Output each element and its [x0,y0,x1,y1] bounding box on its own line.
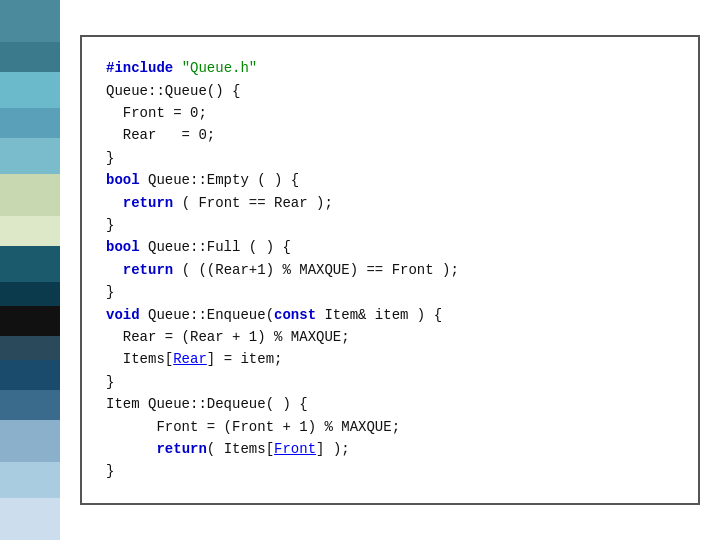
keyword-return3: return [156,441,206,457]
sidebar-block-11 [0,336,60,360]
sidebar-block-6 [0,174,60,216]
keyword-const: const [274,307,316,323]
code-line-17: Front = (Front + 1) % MAXQUE; [106,416,674,438]
code-line-5: } [106,147,674,169]
sidebar-block-12 [0,360,60,390]
sidebar-block-7 [0,216,60,246]
code-line-18: return( Items[Front] ); [106,438,674,460]
sidebar-block-4 [0,108,60,138]
highlight-front: Front [274,441,316,457]
sidebar-block-10 [0,306,60,336]
code-line-9: bool Queue::Full ( ) { [106,236,674,258]
code-line-1: #include "Queue.h" [106,57,674,79]
code-line-3: Front = 0; [106,102,674,124]
sidebar-block-2 [0,42,60,72]
code-text: Queue::Queue() { [106,83,240,99]
code-line-13: Rear = (Rear + 1) % MAXQUE; [106,326,674,348]
sidebar [0,0,60,540]
code-text: Front = (Front + 1) % MAXQUE; [106,419,400,435]
sidebar-block-15 [0,462,60,498]
main-content: #include "Queue.h" Queue::Queue() { Fron… [60,0,720,540]
sidebar-block-1 [0,0,60,42]
keyword-return: return [123,195,173,211]
code-line-10: return ( ((Rear+1) % MAXQUE) == Front ); [106,259,674,281]
code-line-12: void Queue::Enqueue(const Item& item ) { [106,304,674,326]
code-text: Queue::Full ( ) { [140,239,291,255]
code-text: Item Queue::Dequeue( ) { [106,396,308,412]
keyword-void: void [106,307,140,323]
code-text: } [106,374,114,390]
sidebar-block-8 [0,246,60,282]
sidebar-block-3 [0,72,60,108]
code-text: Items[Rear] = item; [106,351,282,367]
keyword-include: #include [106,60,173,76]
code-line-15: } [106,371,674,393]
keyword-bool: bool [106,172,140,188]
code-text: Item& item ) { [316,307,442,323]
code-text: Rear = (Rear + 1) % MAXQUE; [106,329,350,345]
highlight-rear: Rear [173,351,207,367]
code-line-6: bool Queue::Empty ( ) { [106,169,674,191]
sidebar-block-5 [0,138,60,174]
sidebar-block-13 [0,390,60,420]
code-text: } [106,150,114,166]
sidebar-block-9 [0,282,60,306]
code-line-8: } [106,214,674,236]
code-text: "Queue.h" [173,60,257,76]
code-box: #include "Queue.h" Queue::Queue() { Fron… [80,35,700,504]
code-line-7: return ( Front == Rear ); [106,192,674,214]
code-line-16: Item Queue::Dequeue( ) { [106,393,674,415]
code-line-11: } [106,281,674,303]
code-line-14: Items[Rear] = item; [106,348,674,370]
code-text [106,262,123,278]
code-text: } [106,217,114,233]
code-text: ( Items[Front] ); [207,441,350,457]
code-text: Front = 0; [106,105,207,121]
code-text: Queue::Enqueue( [140,307,274,323]
keyword-return2: return [123,262,173,278]
code-text: } [106,463,114,479]
code-text [106,195,123,211]
code-text: Queue::Empty ( ) { [140,172,300,188]
code-text: ( ((Rear+1) % MAXQUE) == Front ); [173,262,459,278]
code-line-2: Queue::Queue() { [106,80,674,102]
code-text: } [106,284,114,300]
code-text [106,441,156,457]
keyword-bool2: bool [106,239,140,255]
code-text: Rear = 0; [106,127,215,143]
sidebar-block-16 [0,498,60,540]
sidebar-block-14 [0,420,60,462]
code-text: ( Front == Rear ); [173,195,333,211]
code-line-4: Rear = 0; [106,124,674,146]
code-line-19: } [106,460,674,482]
